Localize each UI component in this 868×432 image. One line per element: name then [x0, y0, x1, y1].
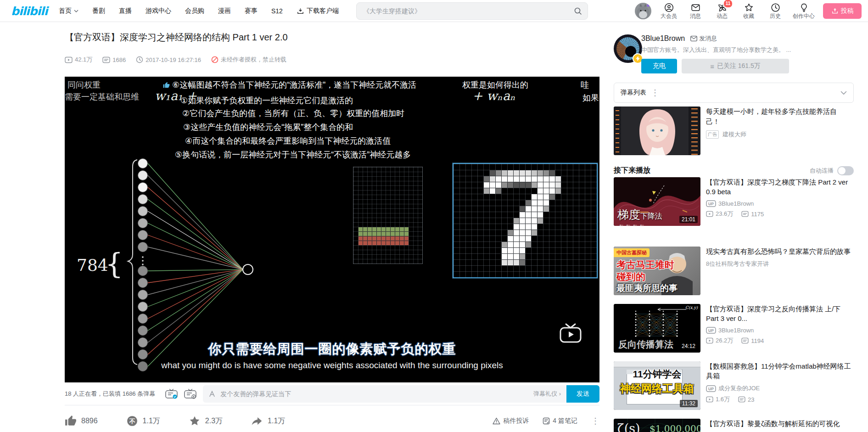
nav-shortcut-message[interactable]: 消息	[686, 0, 705, 20]
uploader-row[interactable]: UP成分复杂的JOE	[706, 384, 854, 393]
warning-icon	[493, 417, 500, 425]
nav-item-7[interactable]: 赛事	[245, 7, 258, 15]
related-title[interactable]: 【数模国赛救急】11分钟学会matlab神经网络工具箱	[706, 361, 854, 381]
danmaku-comment: 同问权重	[67, 79, 101, 90]
related-title[interactable]: 【官方双语】深度学习之反向传播算法 上/下 Part 3 ver 0...	[706, 304, 854, 323]
duration-badge: 11:32	[680, 400, 698, 407]
note-icon	[543, 417, 550, 425]
favorite-button[interactable]: 2.3万	[189, 415, 223, 427]
followed-button[interactable]: ≡ 已关注 161.5万	[682, 59, 789, 73]
formula-right: + wₙaₙ	[472, 89, 515, 103]
chevron-down-icon[interactable]	[840, 91, 847, 95]
related-thumbnail[interactable]: 中国古墓探秘 考古马王堆时 碰到的 最匪夷所思的事	[614, 247, 700, 295]
nav-item-9[interactable]: 下载客户端	[297, 7, 339, 15]
nav-item-4[interactable]: 游戏中心	[146, 7, 171, 15]
danmaku-toggle-icon[interactable]	[165, 388, 178, 399]
related-stats: 1.6万23	[706, 395, 854, 404]
svg-text:UP: UP	[708, 328, 714, 333]
svg-text:bilibili: bilibili	[11, 5, 50, 18]
like-button[interactable]: 8896	[65, 415, 98, 427]
uploader-name[interactable]: 3Blue1Brown	[641, 34, 685, 43]
related-video-item[interactable]: 中国古墓探秘 考古马王堆时 碰到的 最匪夷所思的事 现实考古真有那么恐怖吗？皇家…	[614, 247, 854, 295]
sidebar: 3Blue1Brown 发消息 中国官方账号。深入浅出、直观明了地分享数学之美。…	[614, 22, 854, 432]
pixel-weight-grid	[353, 167, 423, 264]
bilibili-logo[interactable]: bilibili	[11, 4, 51, 18]
related-title[interactable]: 【官方双语】深度学习之梯度下降法 Part 2 ver 0.9 beta	[706, 177, 854, 196]
nav-item-6[interactable]: 漫画	[218, 7, 231, 15]
send-message-link[interactable]: 发消息	[690, 34, 717, 43]
nav-shortcut-favorite[interactable]: 收藏	[739, 0, 758, 20]
primary-nav: 首页番剧直播游戏中心会员购漫画赛事S12下载客户端	[59, 0, 339, 22]
danmaku-input-wrap: 弹幕礼仪 ›	[203, 385, 566, 403]
related-thumbnail[interactable]: 梯度下降法 ←←←←21:01	[614, 177, 700, 226]
ad-title[interactable]: 每天建模一小时，趁年轻多学点技能养活自己！	[706, 107, 848, 127]
avatar-totoro-icon	[635, 3, 651, 19]
nav-shortcut-creative[interactable]: 创作中心	[793, 0, 815, 20]
autoplay-toggle[interactable]	[837, 166, 854, 175]
up-next-title: 接下来播放	[614, 166, 650, 175]
nav-shortcut-dynamic[interactable]: 动态11	[713, 0, 731, 20]
send-danmaku-button[interactable]: 发送	[566, 385, 599, 403]
danmaku-comment: 如果	[582, 92, 599, 103]
danmaku-etiquette-link[interactable]: 弹幕礼仪 ›	[533, 390, 561, 398]
nav-shortcut-history[interactable]: 历史	[766, 0, 784, 20]
search-icon[interactable]	[574, 7, 582, 15]
report-button[interactable]: 稿件投诉	[493, 417, 529, 425]
font-style-icon[interactable]	[208, 390, 216, 398]
svg-text:UP: UP	[708, 202, 714, 206]
uploader-avatar[interactable]	[614, 34, 642, 63]
share-button[interactable]: 1.1万	[251, 415, 285, 427]
view-count: 42.1万	[65, 56, 92, 64]
related-title[interactable]: 现实考古真有那么恐怖吗？皇家墓穴背后的故事	[706, 247, 854, 256]
related-video-item[interactable]: C(x,y) 反向传播算法24:12 【官方双语】深度学习之反向传播算法 上/下…	[614, 304, 854, 353]
related-title[interactable]: 【官方双语】黎曼ζ函数与解析延拓的可视化	[706, 419, 854, 428]
video-player[interactable]: 784{ 同问权重需要一定基础和思维⑥这幅图越不符合当下神经元的“激活标准”，遂…	[65, 77, 599, 382]
nav-item-3[interactable]: 直播	[119, 7, 132, 15]
related-thumbnail[interactable]: 11分钟学会 神经网络工具箱11:32	[614, 361, 700, 410]
coin-button[interactable]: 不 1.1万	[126, 415, 160, 427]
nav-item-8[interactable]: S12	[271, 7, 283, 15]
danmaku-comment: ⑤换句话说，前一层神经元对于当下神经元“不该激活”神经元越多	[175, 149, 411, 160]
ad-thumbnail[interactable]	[614, 107, 700, 155]
danmaku-settings-icon[interactable]	[184, 388, 196, 399]
related-video-item[interactable]: ζ(s) $1,000,000 【官方双语】黎曼ζ函数与解析延拓的可视化	[614, 419, 854, 432]
video-meta: 42.1万 1686 2017-10-19 16:27:16 未经作者授权，禁止…	[65, 56, 286, 64]
more-options-button[interactable]: ⋮	[591, 419, 599, 423]
ad-tag: 广告	[706, 130, 719, 139]
notes-button[interactable]: 4 篇笔记	[543, 417, 577, 425]
up-next-header: 接下来播放 自动连播	[614, 166, 854, 175]
nav-shortcut-vip[interactable]: 大会员	[660, 0, 678, 20]
danmaku-count: 1686	[102, 56, 126, 63]
digit-seven-grid	[453, 163, 598, 278]
danmaku-input[interactable]	[219, 390, 529, 398]
related-thumbnail[interactable]: ζ(s) $1,000,000	[614, 419, 700, 432]
danmaku-comment: ③这些产生负值的神经元会“拖累”整个集合的和	[183, 122, 353, 133]
subtitle-english: what you might do is have some negative …	[65, 360, 599, 370]
uploader-row[interactable]: UP3Blue1Brown	[706, 200, 854, 207]
advertiser-name[interactable]: 建模大师	[722, 130, 746, 139]
related-video-item[interactable]: 11分钟学会 神经网络工具箱11:32 【数模国赛救急】11分钟学会matlab…	[614, 361, 854, 410]
related-thumbnail[interactable]: C(x,y) 反向传播算法24:12	[614, 304, 700, 353]
nav-shortcut-label: 大会员	[661, 12, 677, 20]
uploader-description: 中国官方账号。深入浅出、直观明了地分享数学之美。 ...	[641, 46, 854, 54]
search-input[interactable]	[357, 7, 574, 15]
danmaku-list-more-icon[interactable]: ⋮	[651, 90, 659, 95]
nav-item-1[interactable]: 首页	[59, 7, 78, 15]
uploader-row[interactable]: UP3Blue1Brown	[706, 327, 854, 334]
svg-text:不: 不	[129, 418, 135, 425]
search-box	[356, 2, 588, 20]
danmaku-list-panel[interactable]: 弹幕列表 ⋮	[614, 83, 854, 103]
related-video-item[interactable]: 梯度下降法 ←←←←21:01 【官方双语】深度学习之梯度下降法 Part 2 …	[614, 177, 854, 226]
danmaku-comment: ②它们会产生负的值，当所有（正、负、零）权重的值相加时	[182, 108, 404, 119]
navbar-shortcuts: 大会员消息动态11收藏历史创作中心	[660, 0, 815, 20]
related-subtitle: 8位社科院考古专家开讲	[706, 260, 854, 268]
duration-badge: 24:12	[679, 342, 698, 350]
upload-button[interactable]: 投稿	[823, 3, 862, 19]
user-avatar[interactable]	[635, 3, 651, 19]
ad-card[interactable]: 每天建模一小时，趁年轻多学点技能养活自己！ 广告 建模大师	[614, 107, 854, 155]
nav-item-2[interactable]: 番剧	[92, 7, 105, 15]
envelope-icon	[690, 36, 697, 41]
nav-item-5[interactable]: 会员购	[185, 7, 204, 15]
charge-button[interactable]: 充电	[641, 59, 677, 73]
player-watermark-icon	[560, 323, 582, 344]
